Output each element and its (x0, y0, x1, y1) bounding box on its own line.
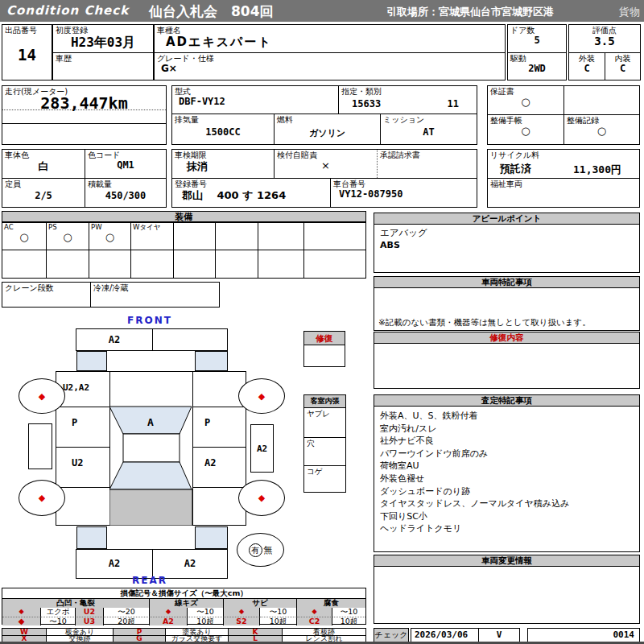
appeal-line: ABS (374, 239, 639, 250)
displacement-label: 排気量 (172, 114, 274, 124)
right-rear-panel-code: A2 (193, 448, 246, 469)
front-pillar-right (195, 351, 228, 371)
equip-ac-label: AC (2, 223, 46, 231)
model-code-value: DBF-VY12 (172, 96, 338, 107)
vehicle-notes-panel: 車両特記事項 ※記載のない書類・機器等は無しとして取り扱います。 (374, 276, 640, 331)
legend-cell: エクボ (41, 608, 76, 617)
displacement-value: 1500CC (172, 126, 274, 138)
assessment-line: 外装A、U、S、鉄粉付着 (380, 410, 639, 423)
fuel-label: 燃料 (275, 114, 380, 124)
assessment-line: 社外ナビ不良 (380, 435, 639, 448)
cabin-row-burn: コゲ (304, 466, 345, 476)
crane-label: クレーン段数 (2, 283, 90, 292)
diagram-rear-label: REAR (107, 575, 192, 586)
windshield-damage-code: A (140, 416, 161, 428)
repair-details-panel: 修復内容 (374, 332, 640, 389)
crane-fridge-box: クレーン段数 冷凍/冷蔵 (2, 282, 220, 308)
inspection-label: 車検期限 (172, 150, 274, 159)
pickup-location: 引取場所：宮城県仙台市宮城野区港 (386, 5, 554, 19)
assessment-line: 下回りSC小 (380, 510, 639, 523)
repair-flag-title: 修復 (304, 332, 345, 345)
wheel-damage-icon: ◆ (39, 391, 45, 402)
left-side-mirror-box (28, 423, 52, 469)
recycle-status: 預託済 (500, 162, 531, 176)
appeal-line: エアバッグ (374, 225, 639, 239)
legend-diamond-icon: ◆ (150, 608, 188, 617)
right-front-door-code: P (193, 407, 246, 428)
plate-value: 郡山 400 す 1264 (172, 188, 330, 203)
payload-value: 450/300 (85, 190, 166, 201)
legend-code-u3: U3 (76, 617, 104, 625)
score-box: 評価点 3.5 外装 C 内装 C (568, 24, 641, 80)
assessment-line: 室内汚れ/スレ (380, 423, 639, 436)
condition-check-sheet: Condition Check 仙台入札会 804回 引取場所：宮城県仙台市宮城… (0, 0, 644, 644)
wheel-rear-right: ◆ (238, 480, 285, 516)
warranty-mark: ○ (488, 96, 564, 108)
exterior-grade: C (569, 63, 605, 74)
rear-pillar-right (195, 526, 228, 549)
legend-cell: 20超 (104, 617, 150, 625)
sheet-number-box: 0014 (527, 628, 640, 642)
equip-empty-cell (258, 223, 304, 250)
brand-logo: Condition Check (6, 3, 129, 18)
mark-code-k: K (229, 629, 283, 635)
equipment-grid: AC○ PS○ PW○ Wタイヤ (2, 222, 366, 279)
check-label-cell: チェック (374, 628, 409, 642)
title-bar: Condition Check 仙台入札会 804回 引取場所：宮城県仙台市宮城… (0, 0, 644, 22)
left-front-door-cell: P (56, 407, 110, 448)
legend-cell: 〜10 (41, 617, 76, 625)
documents-box: 保証書 ○ 整備手帳 ○ 整備記録 ○ (487, 85, 640, 145)
equip-wtire-label: Wタイヤ (131, 223, 173, 231)
roof-glass-shapes (109, 371, 192, 526)
sheet-number: 0014 (528, 629, 639, 642)
recycle-box: リサイクル料 預託済 11,300円 福祉車両 (487, 149, 640, 208)
appeal-points-title: アピールポイント (374, 213, 639, 225)
equip-empty-cell (216, 250, 258, 278)
equip-ps-mark: ○ (47, 231, 89, 243)
assessment-notes-panel: 査定特記事項 外装A、U、S、鉄粉付着 室内汚れ/スレ 社外ナビ不良 パワーウイ… (374, 394, 640, 552)
right-front-fender-cell (192, 371, 246, 407)
assessment-line: ヘッドライトクモリ (380, 522, 639, 535)
service-record-mark: ○ (564, 125, 639, 137)
equipment-title: 装備 (175, 212, 193, 222)
equip-empty-cell (131, 250, 174, 278)
drive-value: 2WD (508, 63, 566, 74)
engine-box: 型式 DBF-VY12 指定・類別 15633 11 排気量 1500CC 燃料… (171, 85, 477, 145)
wheel-damage-icon: ◆ (258, 391, 265, 402)
interior-grade: C (605, 63, 640, 74)
legend-code-s2: S2 (224, 617, 260, 625)
recycle-fee: 11,300円 (573, 163, 621, 177)
rear-right-damage-code: A2 (152, 558, 228, 569)
capacity-label: 定員 (2, 179, 85, 188)
auction-title: 仙台入札会 804回 (149, 2, 274, 21)
chassis-label: 車台番号 (331, 179, 477, 188)
inspection-value: 抹消 (172, 159, 274, 174)
diagram-front-label: FRONT (107, 315, 192, 326)
left-front-door-code: P (56, 407, 109, 428)
jibaiseki-mark: × (275, 159, 377, 171)
rear-left-damage-code: A2 (76, 558, 152, 569)
assessment-line: 荷物室AU (380, 460, 639, 473)
legend-title: 損傷記号＆損傷サイズ（〜最大cm） (2, 588, 365, 599)
equip-empty-cell (174, 250, 216, 278)
welfare-label: 福祉車両 (488, 179, 639, 188)
legend-group-dents: 凸凹・亀裂 (2, 599, 150, 608)
legend-code-u2: U2 (76, 608, 104, 617)
repair-details-title: 修復内容 (374, 332, 639, 344)
score-value: 3.5 (569, 35, 640, 47)
wheel-rear-left: ◆ (19, 480, 65, 516)
check-date-box: 2026/03/06 V (411, 628, 520, 642)
equip-empty-cell (174, 223, 216, 250)
wheel-damage-icon: ◆ (258, 493, 265, 503)
mark-code-p: P (114, 629, 166, 635)
model-code-label: 型式 (172, 86, 338, 96)
grade-label: グレード・仕様 (155, 53, 505, 63)
rear-pillar-left (76, 526, 107, 549)
exterior-label: 外装 (569, 53, 605, 63)
left-rear-panel-cell: U2 (56, 448, 110, 488)
drive-label: 駆動 (508, 53, 566, 63)
service-book-label: 整備手帳 (488, 115, 564, 125)
repair-flag-box: 修復 (303, 331, 345, 367)
equip-empty-cell (304, 250, 365, 278)
change-info-panel: 車両変更情報 (374, 555, 640, 624)
